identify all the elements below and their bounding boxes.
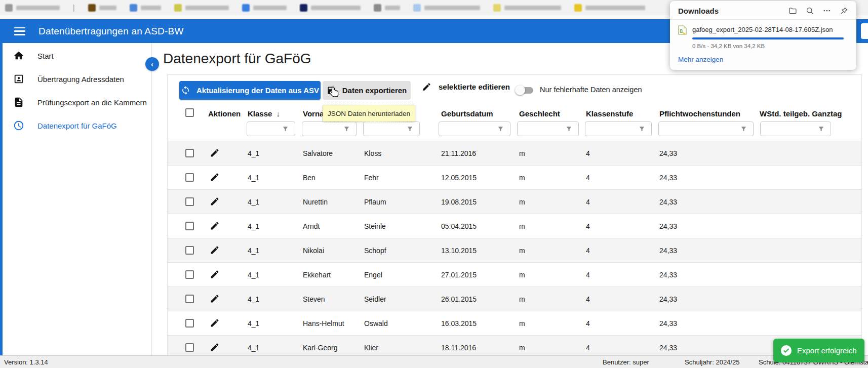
sidebar-item-pr-fungsexport-an-die-kammern[interactable]: Prüfungsexport an die Kammern <box>0 91 151 114</box>
cell-geschlecht: m <box>519 198 525 206</box>
bookmark-item-redacted[interactable] <box>174 4 229 12</box>
column-filter[interactable] <box>439 121 510 136</box>
filter-input[interactable] <box>364 122 407 136</box>
edit-row-icon[interactable] <box>210 318 220 330</box>
bookmark-item-redacted[interactable] <box>574 4 645 12</box>
cell-geschlecht: m <box>519 344 525 352</box>
open-folder-icon[interactable] <box>788 7 797 15</box>
search-downloads-icon[interactable] <box>806 7 814 15</box>
cell-vorname: Arndt <box>303 222 320 230</box>
row-checkbox[interactable] <box>185 319 194 328</box>
cell-klassenstufe: 4 <box>586 198 590 206</box>
row-checkbox[interactable] <box>185 295 194 303</box>
column-header-pflichtwochenstunden[interactable]: Pflichtwochenstunden <box>659 109 740 118</box>
column-filter[interactable] <box>658 121 754 136</box>
more-options-icon[interactable]: ⋯ <box>823 6 831 15</box>
row-checkbox[interactable] <box>185 173 194 182</box>
bookmark-label-redacted <box>504 6 561 10</box>
filter-input[interactable] <box>585 122 639 136</box>
edit-row-icon[interactable] <box>210 196 220 209</box>
cell-geschlecht: m <box>519 174 525 182</box>
show-more-downloads-link[interactable]: Mehr anzeigen <box>678 56 723 63</box>
bookmark-item-redacted[interactable] <box>374 4 400 12</box>
column-filter[interactable] <box>302 121 357 136</box>
table-row: 4_1Hans-HelmutOswald16.03.2015m424,33 <box>168 311 861 336</box>
bookmark-item-redacted[interactable] <box>300 4 361 12</box>
row-checkbox[interactable] <box>185 270 194 279</box>
cell-geburtsdatum: 16.03.2015 <box>441 319 477 328</box>
bookmark-label-redacted <box>141 6 161 10</box>
bookmark-item-redacted[interactable] <box>5 4 60 12</box>
cell-vorname: Nikolai <box>303 247 324 255</box>
funnel-icon <box>407 126 416 132</box>
sidebar-collapse-button[interactable]: ‹ <box>145 57 159 71</box>
cell-vorname: Karl-Georg <box>303 344 337 352</box>
column-filter[interactable] <box>517 121 579 136</box>
column-header-wstd-teilgeb-ganztag[interactable]: WStd. teilgeb. Ganztag <box>760 109 842 118</box>
column-header-klassenstufe[interactable]: Klassenstufe <box>586 109 633 118</box>
filter-input[interactable] <box>247 122 282 136</box>
cell-vorname: Hans-Helmut <box>303 319 344 328</box>
cell-klasse: 4_1 <box>248 271 259 279</box>
column-header-geschlecht[interactable]: Geschlecht <box>519 109 560 118</box>
sidebar-item--bertragung-adressdaten[interactable]: Übertragung Adressdaten <box>0 67 151 91</box>
filter-input[interactable] <box>439 122 497 136</box>
column-filter[interactable] <box>363 121 420 136</box>
row-checkbox[interactable] <box>185 222 194 230</box>
edit-row-icon[interactable] <box>210 245 220 257</box>
column-header-klasse[interactable]: Klasse↓ <box>248 109 280 118</box>
cell-vorname: Nurettin <box>303 198 328 206</box>
edit-selected-button[interactable]: selektierte editieren <box>422 82 510 92</box>
errors-only-toggle[interactable] <box>515 85 534 95</box>
row-checkbox[interactable] <box>185 246 194 255</box>
edit-row-icon[interactable] <box>210 269 220 281</box>
column-header-aktionen[interactable]: Aktionen <box>208 109 241 118</box>
cell-geschlecht: m <box>519 271 525 279</box>
svg-text:{}: {} <box>680 28 683 33</box>
edit-row-icon[interactable] <box>210 294 220 306</box>
cell-klasse: 4_1 <box>248 149 259 157</box>
cell-geburtsdatum: 26.01.2015 <box>441 295 477 303</box>
refresh-data-button[interactable]: Aktualisierung der Daten aus ASV <box>179 81 321 100</box>
filter-input[interactable] <box>659 122 740 136</box>
cell-geschlecht: m <box>519 295 525 303</box>
bookmark-item-redacted[interactable] <box>88 4 116 12</box>
select-all-checkbox[interactable] <box>185 108 194 117</box>
cell-familienname: Engel <box>364 271 382 279</box>
column-filter[interactable] <box>585 121 652 136</box>
filter-input[interactable] <box>761 122 818 136</box>
pencil-icon <box>422 82 431 92</box>
bookmark-label-redacted <box>99 6 116 10</box>
cell-pflichtwochenstunden: 24,33 <box>659 295 677 303</box>
row-checkbox[interactable] <box>185 149 194 157</box>
column-filter[interactable] <box>760 121 831 136</box>
sidebar-item-datenexport-f-r-gaf-g[interactable]: Datenexport für GaFöG <box>0 114 151 137</box>
edit-row-icon[interactable] <box>210 221 220 233</box>
check-circle-icon <box>781 345 792 356</box>
bookmark-item-redacted[interactable] <box>493 4 561 12</box>
table-row: 4_1NikolaiSchopf13.10.2015m424,33 <box>168 238 861 263</box>
hamburger-menu-icon[interactable] <box>14 27 25 35</box>
column-filter[interactable] <box>247 121 295 136</box>
sidebar-item-start[interactable]: Start <box>0 44 151 67</box>
bookmark-label-redacted <box>385 6 400 10</box>
row-checkbox[interactable] <box>185 343 194 352</box>
header-action-button-partial[interactable] <box>861 23 868 39</box>
edit-row-icon[interactable] <box>210 342 220 354</box>
row-checkbox[interactable] <box>185 197 194 206</box>
filter-input[interactable] <box>302 122 343 136</box>
bookmark-item-redacted[interactable] <box>130 4 161 12</box>
download-file-name: gafoeg_export_2025-02-28T14-08-17.605Z.j… <box>692 26 833 33</box>
cell-klassenstufe: 4 <box>586 319 590 328</box>
bookmark-favicon <box>493 4 501 12</box>
edit-row-icon[interactable] <box>210 148 220 160</box>
bookmark-item-redacted[interactable] <box>242 4 287 12</box>
filter-input[interactable] <box>518 122 566 136</box>
column-header-geburtsdatum[interactable]: Geburtsdatum <box>441 109 493 118</box>
pin-icon[interactable] <box>840 7 848 15</box>
cell-geburtsdatum: 21.11.2016 <box>441 149 476 157</box>
bookmark-item-redacted[interactable] <box>413 4 480 12</box>
export-data-button[interactable]: Daten exportieren <box>323 81 411 100</box>
download-item[interactable]: {} gafoeg_export_2025-02-28T14-08-17.605… <box>678 25 848 49</box>
edit-row-icon[interactable] <box>210 172 220 184</box>
